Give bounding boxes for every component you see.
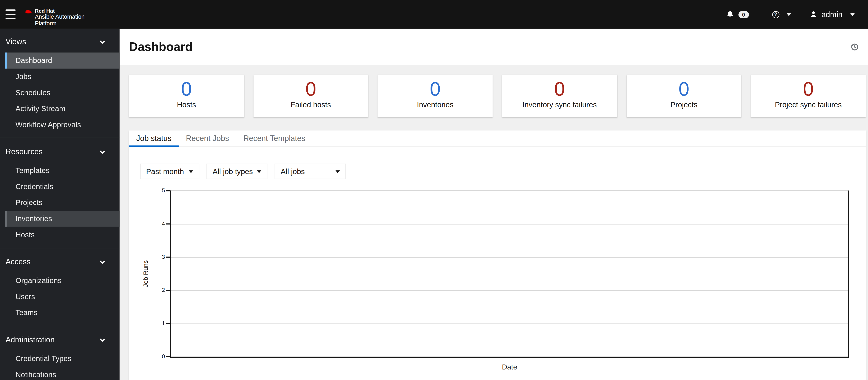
sidebar-divider (0, 138, 120, 138)
y-axis-tick (166, 356, 170, 357)
summary-count[interactable]: 0 (378, 78, 493, 100)
y-axis-tick-label: 1 (156, 320, 165, 327)
summary-label: Project sync failures (751, 101, 866, 109)
nav-section-title: Administration (6, 335, 55, 345)
gridline (171, 224, 848, 224)
summary-cards-row: 0Hosts0Failed hosts0Inventories0Inventor… (129, 75, 866, 117)
dashboard-content: 0Hosts0Failed hosts0Inventories0Inventor… (120, 65, 868, 380)
summary-count[interactable]: 0 (751, 78, 866, 100)
nav-list-views: DashboardJobsSchedulesActivity StreamWor… (0, 53, 120, 133)
caret-down-icon (850, 13, 855, 16)
summary-card-inventories[interactable]: 0Inventories (378, 75, 493, 117)
chart-filters: Past monthAll job typesAll jobs (140, 164, 866, 179)
sidebar-item-notifications[interactable]: Notifications (5, 367, 120, 380)
notifications-count-badge[interactable]: 0 (738, 11, 749, 18)
gridline (171, 257, 848, 257)
summary-label: Failed hosts (253, 101, 368, 109)
job-select[interactable]: All jobs (275, 164, 346, 179)
y-axis-tick-label: 5 (156, 187, 165, 194)
sidebar-item-workflow-approvals[interactable]: Workflow Approvals (5, 117, 120, 133)
y-axis-tick (166, 190, 170, 191)
main-area: Dashboard 0Hosts0Failed hosts0Inventorie… (120, 29, 868, 380)
job-type-select[interactable]: All job types (207, 164, 268, 179)
gridline (171, 290, 848, 290)
y-axis-tick (166, 323, 170, 324)
user-icon (810, 10, 817, 18)
sidebar-item-inventories[interactable]: Inventories (5, 211, 120, 227)
nav-section-title: Access (6, 256, 31, 267)
gridline (171, 323, 848, 324)
nav-list-access: OrganizationsUsersTeams (0, 273, 120, 321)
summary-card-inventory-sync-failures[interactable]: 0Inventory sync failures (502, 75, 617, 117)
brand-logo[interactable]: Red Hat Ansible Automation Platform (24, 2, 85, 27)
sidebar-item-credential-types[interactable]: Credential Types (5, 351, 120, 367)
question-circle-icon: ? (772, 11, 779, 18)
help-dropdown[interactable]: ? (772, 11, 791, 18)
y-axis-tick-label: 3 (156, 254, 165, 261)
period-select[interactable]: Past month (140, 164, 199, 179)
nav-section-title: Views (6, 37, 26, 47)
summary-count[interactable]: 0 (129, 78, 244, 100)
sidebar-item-hosts[interactable]: Hosts (5, 227, 120, 243)
y-axis-label: Job Runs (142, 260, 149, 287)
tab-job-status[interactable]: Job status (129, 131, 179, 147)
select-value: Past month (146, 167, 184, 176)
masthead-toolbar: 0 ? admin (726, 10, 868, 19)
summary-label: Inventory sync failures (502, 101, 617, 109)
summary-card-hosts[interactable]: 0Hosts (129, 75, 244, 117)
sidebar-item-jobs[interactable]: Jobs (5, 69, 120, 85)
chevron-down-icon (100, 338, 105, 341)
summary-count[interactable]: 0 (502, 78, 617, 100)
summary-label: Projects (626, 101, 741, 109)
x-axis-label: Date (170, 363, 849, 371)
product-name-line1: Ansible Automation (35, 14, 85, 20)
red-hat-fedora-icon (24, 8, 33, 15)
sidebar-item-schedules[interactable]: Schedules (5, 85, 120, 101)
nav-list-resources: TemplatesCredentialsProjectsInventoriesH… (0, 163, 120, 243)
summary-count[interactable]: 0 (253, 78, 368, 100)
select-value: All job types (213, 167, 253, 176)
sidebar-item-users[interactable]: Users (5, 289, 120, 305)
chevron-down-icon (100, 260, 105, 263)
summary-card-failed-hosts[interactable]: 0Failed hosts (253, 75, 368, 117)
summary-label: Hosts (129, 101, 244, 109)
caret-down-icon (336, 170, 340, 173)
history-icon[interactable] (850, 42, 859, 51)
page-header: Dashboard (120, 29, 868, 65)
nav-section-access[interactable]: Access (0, 253, 120, 270)
user-dropdown[interactable]: admin (810, 10, 855, 19)
sidebar-divider (0, 248, 120, 248)
summary-card-projects[interactable]: 0Projects (626, 75, 741, 117)
sidebar-item-projects[interactable]: Projects (5, 195, 120, 211)
nav-toggle-hamburger-icon[interactable] (6, 9, 16, 19)
tab-recent-jobs[interactable]: Recent Jobs (179, 131, 236, 147)
page-layout: ViewsDashboardJobsSchedulesActivity Stre… (0, 29, 868, 380)
job-runs-chart: Job Runs 012345 Date (129, 190, 866, 371)
nav-section-title: Resources (6, 147, 42, 157)
y-axis-tick (166, 290, 170, 291)
tab-recent-templates[interactable]: Recent Templates (236, 131, 313, 147)
nav-section-administration[interactable]: Administration (0, 331, 120, 348)
sidebar-item-teams[interactable]: Teams (5, 305, 120, 321)
nav-section-views[interactable]: Views (0, 33, 120, 50)
summary-card-project-sync-failures[interactable]: 0Project sync failures (751, 75, 866, 117)
caret-down-icon (189, 170, 193, 173)
sidebar-item-activity-stream[interactable]: Activity Stream (5, 101, 120, 117)
notifications-button[interactable]: 0 (726, 10, 749, 19)
chart-plot-area: Job Runs 012345 (170, 190, 849, 358)
nav-section-resources[interactable]: Resources (0, 143, 120, 160)
sidebar-divider (0, 325, 120, 326)
y-axis-tick-label: 0 (156, 353, 165, 360)
sidebar-item-credentials[interactable]: Credentials (5, 179, 120, 195)
sidebar-navigation: ViewsDashboardJobsSchedulesActivity Stre… (0, 29, 120, 380)
caret-down-icon (257, 170, 261, 173)
nav-list-administration: Credential TypesNotifications (0, 351, 120, 380)
sidebar-item-dashboard[interactable]: Dashboard (5, 53, 120, 69)
chevron-down-icon (100, 40, 105, 43)
summary-count[interactable]: 0 (626, 78, 741, 100)
summary-label: Inventories (378, 101, 493, 109)
y-axis-tick-label: 4 (156, 221, 165, 228)
sidebar-item-organizations[interactable]: Organizations (5, 273, 120, 289)
page-title: Dashboard (129, 39, 193, 54)
sidebar-item-templates[interactable]: Templates (5, 163, 120, 179)
